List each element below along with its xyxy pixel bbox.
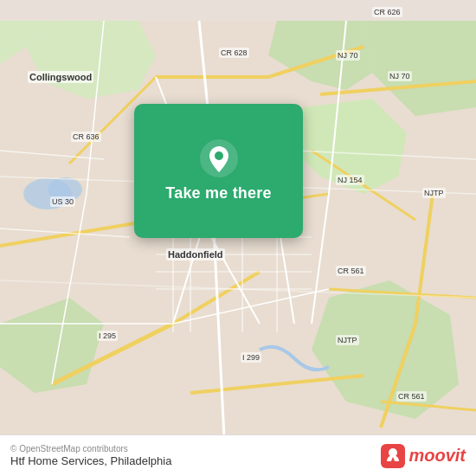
road-label-njtp-b: NJTP	[336, 335, 359, 345]
road-label-us30: US 30	[50, 196, 75, 207]
moovit-brand-icon	[381, 444, 405, 468]
road-label-cr636: CR 636	[71, 132, 101, 142]
svg-point-50	[215, 151, 223, 160]
take-me-there-button[interactable]: Take me there	[165, 184, 271, 203]
pin-icon	[200, 139, 238, 177]
road-label-cr628: CR 628	[219, 48, 249, 58]
map-container: CR 626 CR 628 NJ 70 NJ 70 CR 636 NJ 154 …	[0, 0, 476, 476]
location-card[interactable]: Take me there	[134, 104, 303, 238]
copyright-text: © OpenStreetMap contributors	[10, 444, 171, 453]
road-label-cr626: CR 626	[372, 7, 402, 17]
road-label-i295: I 295	[97, 331, 118, 341]
road-label-njtp-a: NJTP	[422, 188, 446, 198]
road-label-nj70a: NJ 70	[336, 50, 360, 61]
moovit-logo: moovit	[381, 444, 466, 468]
road-label-i299: I 299	[241, 352, 261, 363]
city-label-collingswood: Collingswood	[28, 71, 93, 83]
bottom-left-info: © OpenStreetMap contributors Htf Home Se…	[10, 444, 171, 467]
moovit-brand-text: moovit	[408, 446, 466, 466]
bottom-bar: © OpenStreetMap contributors Htf Home Se…	[0, 434, 476, 476]
road-label-cr561a: CR 561	[336, 266, 366, 276]
road-label-cr561b: CR 561	[396, 391, 427, 402]
city-label-haddonfield: Haddonfield	[166, 248, 225, 261]
location-label: Htf Home Services, Philadelphia	[10, 454, 171, 467]
road-label-nj70b: NJ 70	[388, 71, 412, 81]
road-label-nj154: NJ 154	[336, 175, 364, 185]
